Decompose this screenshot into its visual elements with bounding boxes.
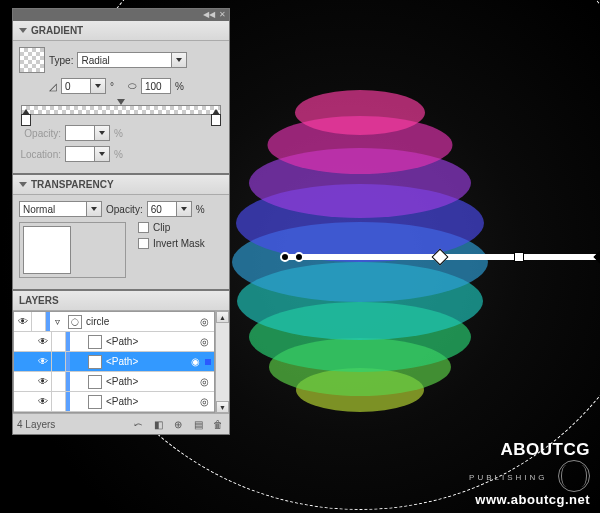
target-icon[interactable]: ◉: [188, 356, 202, 367]
layer-row-selected[interactable]: 👁 <Path> ◉: [14, 352, 214, 372]
gradient-panel-header[interactable]: GRADIENT: [13, 21, 229, 41]
gradient-handle[interactable]: [514, 252, 524, 262]
clip-checkbox[interactable]: [138, 222, 149, 233]
locate-object-icon[interactable]: ⤺: [131, 417, 145, 431]
gradient-panel: ◀◀ ✕ GRADIENT Type: Radial ◿ 0: [12, 8, 230, 174]
visibility-toggle[interactable]: 👁: [14, 312, 32, 331]
expand-icon[interactable]: ▿: [50, 316, 64, 327]
layers-scrollbar[interactable]: ▲ ▼: [215, 311, 229, 413]
layer-row[interactable]: 👁 ▿ ◯ circle ◎: [14, 312, 214, 332]
layer-name[interactable]: <Path>: [106, 336, 138, 347]
layer-color: [66, 392, 70, 411]
transparency-panel-header[interactable]: TRANSPARENCY: [13, 175, 229, 195]
brand-sub: PUBLISHING: [469, 473, 547, 482]
gradient-track[interactable]: [21, 105, 221, 115]
new-sublayer-icon[interactable]: ⊕: [171, 417, 185, 431]
new-layer-icon[interactable]: ▤: [191, 417, 205, 431]
layers-list[interactable]: 👁 ▿ ◯ circle ◎ 👁 <Path> ◎: [13, 311, 215, 413]
layer-thumb[interactable]: [88, 395, 102, 409]
target-icon[interactable]: ◎: [197, 336, 211, 347]
stop-opacity-input: [65, 125, 110, 141]
opacity-label: Opacity:: [106, 204, 143, 215]
gradient-aspect-input[interactable]: 100: [141, 78, 171, 94]
location-label: Location:: [19, 149, 61, 160]
gradient-type-select[interactable]: Radial: [77, 52, 187, 68]
gradient-color-stop[interactable]: [294, 252, 304, 262]
layer-row[interactable]: 👁 <Path> ◎: [14, 372, 214, 392]
make-clipping-mask-icon[interactable]: ◧: [151, 417, 165, 431]
scroll-up-icon[interactable]: ▲: [216, 311, 229, 323]
layer-name[interactable]: circle: [86, 316, 109, 327]
panel-title: LAYERS: [19, 295, 59, 306]
gradient-stop-right[interactable]: [211, 114, 221, 126]
layer-thumb[interactable]: [88, 335, 102, 349]
layer-row[interactable]: 👁 <Path> ◎: [14, 392, 214, 412]
target-icon[interactable]: ◎: [197, 316, 211, 327]
ellipse-layer: [295, 90, 425, 135]
visibility-toggle[interactable]: 👁: [34, 372, 52, 391]
target-icon[interactable]: ◎: [197, 376, 211, 387]
clip-label: Clip: [153, 222, 170, 233]
panels-dock: ◀◀ ✕ GRADIENT Type: Radial ◿ 0: [12, 8, 230, 435]
layer-thumb[interactable]: [88, 375, 102, 389]
visibility-toggle[interactable]: 👁: [34, 392, 52, 411]
close-icon[interactable]: ✕: [219, 11, 226, 19]
invert-label: Invert Mask: [153, 238, 205, 249]
opacity-unit: %: [196, 204, 205, 215]
layers-panel-header[interactable]: LAYERS: [13, 291, 229, 311]
gradient-annotator[interactable]: [286, 254, 600, 260]
disclosure-icon: [19, 28, 27, 33]
blend-mode-select[interactable]: Normal: [19, 201, 102, 217]
lock-toggle[interactable]: [32, 312, 46, 331]
watermark: ABOUTCG PUBLISHING www.aboutcg.net: [469, 440, 590, 507]
layer-name[interactable]: <Path>: [106, 376, 138, 387]
mask-thumbnails[interactable]: [19, 222, 126, 278]
invert-mask-checkbox[interactable]: [138, 238, 149, 249]
panel-title: GRADIENT: [31, 25, 83, 36]
scroll-down-icon[interactable]: ▼: [216, 401, 229, 413]
gradient-ramp[interactable]: [19, 99, 223, 125]
object-thumb[interactable]: [23, 226, 71, 274]
layer-count: 4 Layers: [17, 419, 55, 430]
laurel-icon: [558, 460, 590, 492]
angle-icon: ◿: [49, 81, 57, 92]
dropdown-icon[interactable]: [172, 52, 187, 68]
gradient-origin-handle[interactable]: [280, 252, 290, 262]
lock-toggle[interactable]: [52, 392, 66, 411]
layer-color: [66, 352, 70, 371]
layers-footer: 4 Layers ⤺ ◧ ⊕ ▤ 🗑: [13, 413, 229, 434]
layer-thumb[interactable]: [88, 355, 102, 369]
visibility-toggle[interactable]: 👁: [34, 352, 52, 371]
visibility-toggle[interactable]: 👁: [34, 332, 52, 351]
target-icon[interactable]: ◎: [197, 396, 211, 407]
lock-toggle[interactable]: [52, 372, 66, 391]
stop-location-input: [65, 146, 110, 162]
transparency-panel: TRANSPARENCY Normal Opacity: 60 %: [12, 174, 230, 290]
layers-panel: LAYERS 👁 ▿ ◯ circle ◎ 👁: [12, 290, 230, 435]
disclosure-icon: [19, 182, 27, 187]
aspect-icon: ⬭: [128, 80, 137, 92]
brand-url: www.aboutcg.net: [469, 492, 590, 507]
delete-layer-icon[interactable]: 🗑: [211, 417, 225, 431]
opacity-input[interactable]: 60: [147, 201, 192, 217]
selected-art-icon: [205, 359, 211, 365]
layer-name[interactable]: <Path>: [106, 356, 138, 367]
layer-name[interactable]: <Path>: [106, 396, 138, 407]
gradient-type-value: Radial: [77, 52, 172, 68]
gradient-stop-left[interactable]: [21, 114, 31, 126]
opacity-label: Opacity:: [19, 128, 61, 139]
collapse-icon[interactable]: ◀◀: [203, 11, 215, 19]
mask-thumb[interactable]: [74, 226, 122, 274]
layer-row[interactable]: 👁 <Path> ◎: [14, 332, 214, 352]
lock-toggle[interactable]: [52, 332, 66, 351]
type-label: Type:: [49, 55, 73, 66]
ratio-unit: %: [175, 81, 184, 92]
opacity-unit: %: [114, 128, 123, 139]
lock-toggle[interactable]: [52, 352, 66, 371]
layer-color: [66, 332, 70, 351]
panel-controls: ◀◀ ✕: [13, 9, 229, 21]
layer-thumb[interactable]: ◯: [68, 315, 82, 329]
gradient-fill-swatch[interactable]: [19, 47, 45, 73]
gradient-angle-input[interactable]: 0: [61, 78, 106, 94]
brand-text: ABOUTCG: [501, 440, 590, 459]
